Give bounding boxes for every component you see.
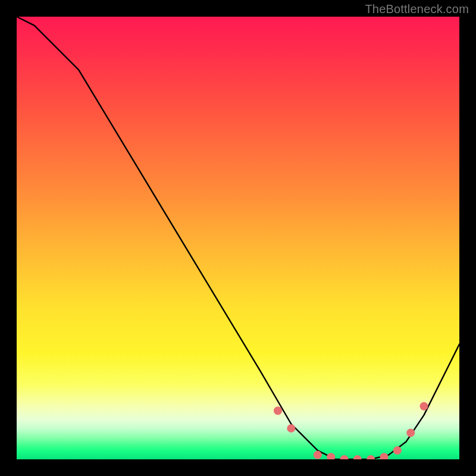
bottleneck-curve-svg [17,17,459,459]
chart-stage: TheBottleneck.com [0,0,476,476]
plot-area [17,17,459,459]
highlight-dots [274,402,428,459]
marker-dot [327,453,335,459]
marker-dot [406,428,415,437]
marker-dot [367,455,375,459]
bottleneck-curve [17,17,459,459]
marker-dot [420,402,428,411]
marker-dot [340,455,349,459]
marker-dot [274,406,282,415]
watermark-text: TheBottleneck.com [365,2,469,16]
marker-dot [380,453,389,459]
marker-dot [353,455,362,459]
marker-dot [393,446,402,455]
marker-dot [287,424,295,433]
marker-dot [314,451,322,459]
